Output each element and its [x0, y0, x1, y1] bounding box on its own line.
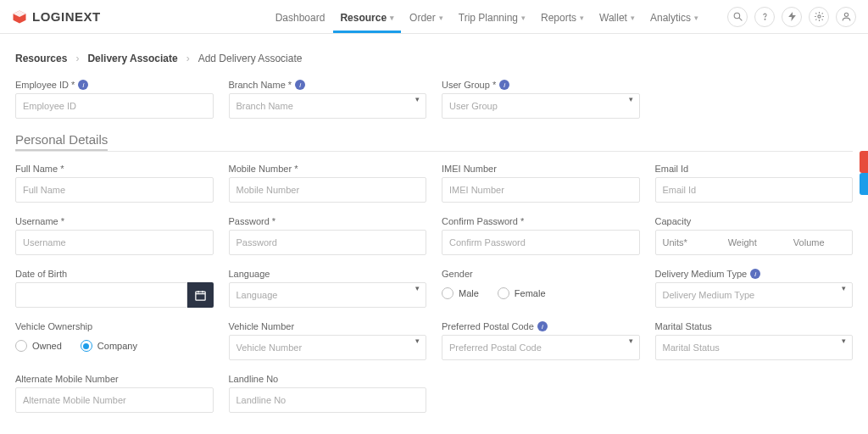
- svg-line-3: [739, 18, 742, 20]
- divider: [15, 151, 853, 152]
- nav-dashboard[interactable]: Dashboard: [274, 2, 327, 32]
- breadcrumb: Resources › Delivery Associate › Add Del…: [0, 34, 868, 80]
- user-group-select[interactable]: [442, 93, 640, 119]
- imei-input[interactable]: [442, 177, 640, 203]
- nav-analytics[interactable]: Analytics▾: [648, 2, 700, 32]
- capacity-volume[interactable]: Volume: [787, 237, 852, 248]
- password-input[interactable]: [229, 230, 427, 255]
- nav-reports[interactable]: Reports▾: [539, 2, 586, 32]
- radio-male[interactable]: Male: [442, 287, 479, 299]
- nav-wallet[interactable]: Wallet▾: [598, 2, 637, 32]
- svg-rect-8: [195, 292, 204, 300]
- employee-id-input[interactable]: [15, 93, 214, 119]
- dob-input[interactable]: [15, 282, 187, 308]
- help-icon[interactable]: [754, 7, 775, 27]
- confirm-password-input[interactable]: [442, 230, 640, 255]
- capacity-group[interactable]: Units* Weight Volume: [655, 230, 854, 255]
- branch-select[interactable]: [229, 93, 427, 119]
- svg-point-7: [844, 13, 848, 16]
- landline-input[interactable]: [229, 387, 427, 413]
- capacity-weight[interactable]: Weight: [721, 237, 787, 248]
- crumb-resources[interactable]: Resources: [15, 53, 67, 64]
- info-icon[interactable]: i: [295, 80, 305, 90]
- language-select[interactable]: [229, 282, 427, 308]
- gear-icon[interactable]: [809, 7, 829, 27]
- nav-trip[interactable]: Trip Planning▾: [457, 2, 527, 32]
- full-name-input[interactable]: [15, 177, 214, 203]
- alt-mobile-input[interactable]: [15, 387, 214, 413]
- svg-point-4: [765, 19, 765, 19]
- info-icon[interactable]: i: [537, 321, 548, 331]
- mobile-input[interactable]: [229, 177, 427, 203]
- nav-resource[interactable]: Resource▾: [338, 2, 396, 32]
- calendar-icon: [194, 289, 207, 302]
- chevron-down-icon: ▾: [390, 14, 394, 22]
- marital-select[interactable]: [655, 335, 854, 360]
- vehicle-number-select[interactable]: [229, 335, 427, 360]
- username-input[interactable]: [15, 230, 214, 255]
- radio-female[interactable]: Female: [498, 287, 546, 299]
- chevron-down-icon: ▾: [580, 14, 584, 22]
- radio-owned[interactable]: Owned: [15, 340, 62, 352]
- chevron-down-icon: ▾: [631, 14, 635, 22]
- capacity-units[interactable]: Units*: [656, 237, 721, 248]
- form-page: Employee ID *i Branch Name *i ▾ User Gro…: [0, 80, 868, 434]
- logo-icon: [12, 9, 27, 25]
- svg-point-2: [734, 13, 740, 19]
- side-flag-red[interactable]: [860, 151, 868, 173]
- side-flags: [860, 151, 868, 195]
- nav-order[interactable]: Order▾: [408, 2, 445, 32]
- delivery-medium-select[interactable]: [655, 282, 854, 308]
- brand-text: LOGINEXT: [32, 9, 101, 24]
- email-input[interactable]: [655, 177, 854, 203]
- toolbar-icons: [727, 7, 856, 27]
- main-nav: Dashboard Resource▾ Order▾ Trip Planning…: [274, 2, 856, 32]
- svg-point-6: [817, 15, 820, 18]
- field-branch: Branch Name *i ▾: [229, 80, 427, 119]
- crumb-delivery-associate[interactable]: Delivery Associate: [87, 53, 177, 64]
- user-icon[interactable]: [836, 7, 856, 27]
- svg-marker-5: [788, 12, 796, 21]
- field-employee-id: Employee ID *i: [15, 80, 214, 119]
- crumb-current: Add Delivery Associate: [198, 53, 303, 64]
- info-icon[interactable]: i: [499, 80, 509, 90]
- postal-select[interactable]: [442, 335, 640, 360]
- radio-company[interactable]: Company: [81, 340, 137, 352]
- side-flag-blue[interactable]: [860, 173, 868, 195]
- brand-logo: LOGINEXT: [12, 9, 101, 25]
- chevron-down-icon: ▾: [439, 14, 443, 22]
- chevron-down-icon: ▾: [694, 14, 698, 22]
- chevron-down-icon: ▾: [521, 14, 526, 22]
- chevron-right-icon: ›: [186, 53, 190, 64]
- bolt-icon[interactable]: [782, 7, 802, 27]
- topbar: LOGINEXT Dashboard Resource▾ Order▾ Trip…: [0, 0, 868, 34]
- field-user-group: User Group *i ▾: [442, 80, 640, 119]
- info-icon[interactable]: i: [750, 269, 760, 279]
- search-icon[interactable]: [727, 7, 748, 27]
- info-icon[interactable]: i: [78, 80, 88, 90]
- calendar-button[interactable]: [187, 282, 214, 308]
- section-personal-details: Personal Details: [15, 132, 853, 147]
- chevron-right-icon: ›: [75, 53, 79, 64]
